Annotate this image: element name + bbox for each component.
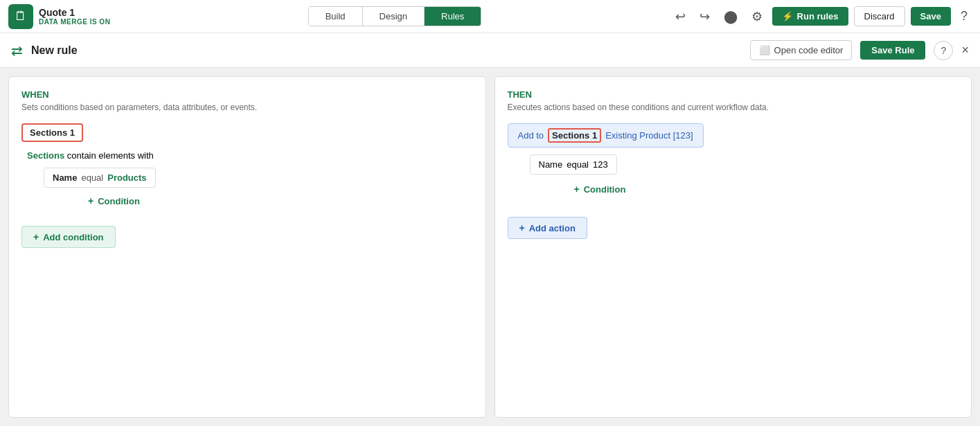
undo-button[interactable]: ↩ bbox=[671, 6, 690, 27]
rule-help-button[interactable]: ? bbox=[934, 41, 953, 60]
then-plus-icon: + bbox=[574, 184, 580, 195]
save-rule-button[interactable]: Save Rule bbox=[860, 41, 925, 60]
rule-icon: ⇄ bbox=[11, 42, 23, 59]
when-description: Sets conditions based on parameters, dat… bbox=[21, 103, 473, 112]
tab-build[interactable]: Build bbox=[309, 7, 363, 26]
when-condition-box[interactable]: Name equal Products bbox=[44, 168, 156, 188]
when-condition-value: Products bbox=[107, 172, 146, 183]
save-button[interactable]: Save bbox=[911, 7, 951, 26]
add-condition-button[interactable]: + Add condition bbox=[21, 226, 116, 248]
discard-button[interactable]: Discard bbox=[854, 6, 905, 26]
top-bar: 🗒 Quote 1 DATA MERGE IS ON Build Design … bbox=[0, 0, 980, 33]
when-condition-field: Name bbox=[53, 172, 77, 183]
lightning-icon: ⚡ bbox=[782, 11, 793, 21]
add-action-button[interactable]: + Add action bbox=[508, 217, 587, 239]
close-rule-button[interactable]: × bbox=[961, 43, 969, 57]
when-add-condition-link[interactable]: + Condition bbox=[88, 195, 140, 206]
then-panel: THEN Executes actions based on these con… bbox=[495, 76, 972, 418]
then-sections-highlight: Sections 1 bbox=[548, 128, 601, 143]
data-merge-badge: DATA MERGE IS ON bbox=[39, 18, 110, 26]
run-rules-button[interactable]: ⚡ Run rules bbox=[772, 7, 848, 26]
rule-title: New rule bbox=[31, 44, 742, 57]
settings-button[interactable]: ⚙ bbox=[747, 6, 767, 27]
then-condition-box[interactable]: Name equal 123 bbox=[530, 154, 617, 175]
when-label: WHEN bbox=[21, 89, 473, 100]
plus-icon: + bbox=[88, 195, 93, 206]
sections-contain-line: Sections contain elements with bbox=[27, 150, 473, 161]
code-icon: ⬜ bbox=[759, 45, 770, 55]
when-panel: WHEN Sets conditions based on parameters… bbox=[8, 76, 486, 418]
stack-button[interactable]: ⬤ bbox=[720, 6, 742, 27]
add-action-plus-icon: + bbox=[519, 222, 525, 233]
rule-bar: ⇄ New rule ⬜ Open code editor Save Rule … bbox=[0, 33, 980, 68]
then-condition-value: 123 bbox=[593, 159, 608, 170]
add-condition-plus-icon: + bbox=[33, 231, 39, 242]
doc-info: Quote 1 DATA MERGE IS ON bbox=[39, 7, 110, 26]
tab-design[interactable]: Design bbox=[363, 7, 425, 26]
then-label: THEN bbox=[508, 89, 959, 100]
open-code-editor-button[interactable]: ⬜ Open code editor bbox=[750, 40, 853, 60]
app-icon: 🗒 bbox=[8, 4, 33, 29]
nav-tabs: Build Design Rules bbox=[308, 6, 482, 26]
add-to-text: Add to bbox=[518, 130, 544, 141]
when-section-block[interactable]: Sections 1 bbox=[21, 123, 83, 142]
tab-rules[interactable]: Rules bbox=[425, 7, 481, 26]
sections-keyword: Sections bbox=[27, 150, 64, 161]
when-condition-op: equal bbox=[81, 172, 103, 183]
then-condition-field: Name bbox=[539, 159, 563, 170]
then-action-block[interactable]: Add to Sections 1 Existing Product [123] bbox=[508, 123, 704, 148]
app-icon-symbol: 🗒 bbox=[15, 9, 27, 24]
top-right-actions: ↩ ↪ ⬤ ⚙ ⚡ Run rules Discard Save ? bbox=[671, 6, 972, 27]
then-description: Executes actions based on these conditio… bbox=[508, 103, 959, 112]
then-add-condition-link[interactable]: + Condition bbox=[574, 184, 626, 195]
redo-button[interactable]: ↪ bbox=[695, 6, 714, 27]
then-condition-op: equal bbox=[567, 159, 589, 170]
help-button[interactable]: ? bbox=[956, 6, 972, 26]
main-content: WHEN Sets conditions based on parameters… bbox=[0, 68, 980, 426]
doc-title: Quote 1 bbox=[39, 7, 110, 18]
then-action-suffix: Existing Product [123] bbox=[605, 130, 693, 141]
sections-contain-text: contain elements with bbox=[67, 150, 154, 161]
